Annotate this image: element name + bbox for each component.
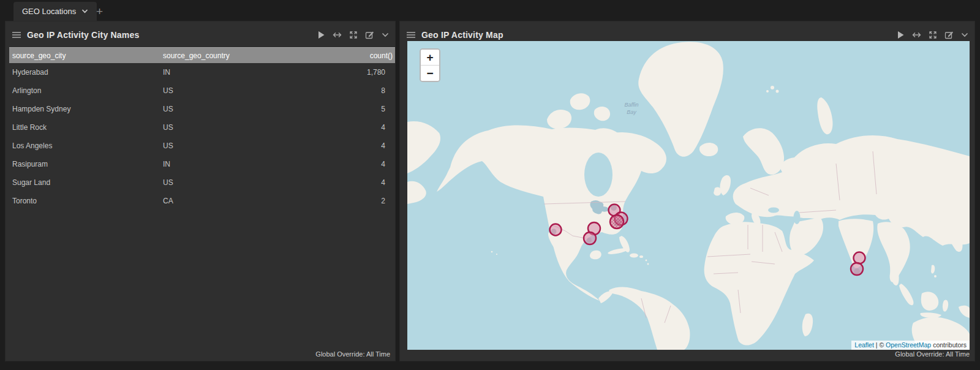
column-header-country: source_geo_country	[163, 51, 370, 60]
global-override-label: Global Override: All Time	[895, 350, 970, 358]
world-map	[407, 41, 970, 350]
cell-city: Toronto	[12, 197, 163, 205]
cell-city: Rasipuram	[12, 160, 163, 168]
table-row[interactable]: Little RockUS4	[9, 118, 395, 137]
cell-city: Los Angeles	[12, 142, 163, 150]
map-marker[interactable]	[550, 224, 562, 236]
table-row[interactable]: HyderabadIN1,780	[9, 63, 395, 81]
widget-actions	[317, 31, 389, 39]
collapse-chevron-icon[interactable]	[961, 32, 968, 37]
cell-count: 4	[381, 142, 395, 150]
table-body: HyderabadIN1,780ArlingtonUS8Hampden Sydn…	[6, 63, 395, 210]
widget-header: Geo IP Activity Map	[400, 21, 974, 43]
map-marker[interactable]	[854, 252, 865, 264]
leaflet-map[interactable]: + − Baffin Bay Leaflet | © OpenStreetMap…	[407, 41, 970, 350]
cell-country: CA	[163, 197, 381, 205]
widget-actions	[897, 31, 968, 39]
global-override-label: Global Override: All Time	[315, 350, 390, 358]
add-tab-button[interactable]: +	[96, 2, 103, 21]
edit-icon[interactable]	[944, 31, 954, 39]
sea-label-baffin-bay: Baffin Bay	[620, 101, 643, 116]
leaflet-link[interactable]: Leaflet	[854, 341, 874, 349]
cell-city: Little Rock	[12, 123, 163, 132]
play-icon[interactable]	[317, 31, 325, 39]
map-marker[interactable]	[610, 215, 624, 228]
play-icon[interactable]	[897, 31, 905, 39]
attribution-separator: | ©	[874, 341, 886, 349]
cell-country: US	[163, 105, 381, 113]
cell-country: US	[163, 123, 381, 132]
move-horizontal-icon[interactable]	[912, 31, 921, 39]
chevron-down-icon	[81, 9, 88, 13]
move-horizontal-icon[interactable]	[333, 31, 342, 39]
cell-city: Arlington	[12, 86, 163, 95]
tab-bar: GEO Locations +	[0, 0, 980, 21]
cell-country: IN	[163, 68, 367, 77]
cell-country: US	[163, 142, 381, 150]
widget-city-names: Geo IP Activity City Names source_geo_ci…	[5, 21, 396, 361]
table-row[interactable]: Los AngelesUS4	[9, 137, 395, 155]
column-header-count: count()	[370, 51, 395, 60]
widget-header: Geo IP Activity City Names	[6, 21, 395, 43]
collapse-chevron-icon[interactable]	[382, 32, 389, 37]
table-row[interactable]: ArlingtonUS8	[9, 81, 395, 100]
zoom-control: + −	[420, 48, 440, 82]
cell-count: 4	[381, 160, 395, 168]
cell-count: 2	[381, 197, 395, 205]
table-row[interactable]: TorontoCA2	[9, 192, 395, 210]
column-header-city: source_geo_city	[12, 51, 163, 60]
table-header-row[interactable]: source_geo_city source_geo_country count…	[9, 47, 395, 63]
map-marker[interactable]	[851, 263, 863, 275]
tab-label: GEO Locations	[22, 7, 76, 16]
fullscreen-icon[interactable]	[349, 31, 358, 39]
edit-icon[interactable]	[365, 31, 374, 39]
table-row[interactable]: Hampden SydneyUS5	[9, 100, 395, 118]
results-table: source_geo_city source_geo_country count…	[6, 47, 395, 210]
zoom-in-button[interactable]: +	[421, 50, 439, 65]
map-attribution: Leaflet | © OpenStreetMap contributors	[851, 341, 970, 350]
table-row[interactable]: RasipuramIN4	[9, 155, 395, 173]
cell-count: 1,780	[367, 68, 395, 77]
drag-handle-icon[interactable]	[12, 31, 21, 39]
widget-geo-map: Geo IP Activity Map	[399, 21, 975, 361]
cell-city: Sugar Land	[12, 178, 163, 187]
cell-count: 8	[381, 86, 395, 95]
zoom-out-button[interactable]: −	[421, 65, 439, 81]
cell-country: IN	[163, 160, 381, 168]
cell-count: 4	[381, 178, 395, 187]
osm-link[interactable]: OpenStreetMap	[886, 341, 931, 349]
tab-geo-locations[interactable]: GEO Locations	[13, 2, 97, 21]
cell-count: 4	[381, 123, 395, 132]
cell-country: US	[163, 86, 381, 95]
attribution-suffix: contributors	[931, 341, 967, 349]
cell-city: Hyderabad	[12, 68, 163, 77]
cell-city: Hampden Sydney	[12, 105, 163, 113]
fullscreen-icon[interactable]	[929, 31, 937, 39]
panel-title: Geo IP Activity Map	[421, 30, 503, 40]
drag-handle-icon[interactable]	[406, 31, 416, 39]
map-marker[interactable]	[584, 232, 596, 244]
cell-count: 5	[381, 105, 395, 113]
cell-country: US	[163, 178, 381, 187]
table-row[interactable]: Sugar LandUS4	[9, 173, 395, 192]
landmasses	[407, 42, 970, 350]
panel-title: Geo IP Activity City Names	[27, 30, 139, 40]
